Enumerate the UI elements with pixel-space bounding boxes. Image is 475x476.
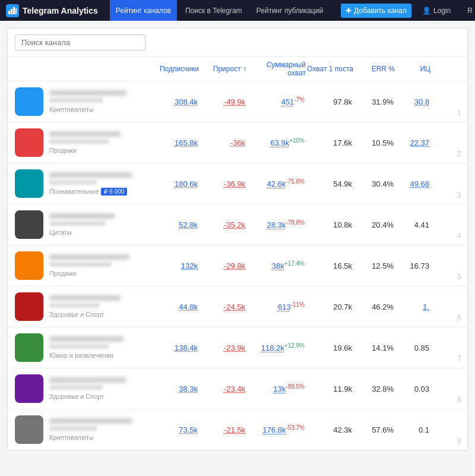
svg-rect-1 [11,9,12,14]
channel-avatar[interactable] [15,251,43,280]
total-reach-value[interactable]: 13k [273,385,286,394]
cell-err: 46.2% [352,302,394,311]
total-reach-value[interactable]: 451 [281,98,294,107]
th-total-reach[interactable]: Суммарный охват [246,61,306,77]
reach1-value: 17.6k [333,138,352,147]
subscribers-value[interactable]: 38.3k [179,384,198,393]
th-subscribers[interactable]: Подписчики [145,65,199,73]
cell-growth: -23.9k [198,343,245,352]
cell-reach1: 10.8k [305,220,352,229]
cell-ic: 16.73 [394,261,429,270]
growth-value[interactable]: -49.9k [224,97,245,106]
nav-channel-rating[interactable]: Рейтинг каналов [110,0,177,21]
subscribers-value[interactable]: 138.4k [175,343,198,352]
table-row: Цитаты 52.8k -35.2k 28.3k-78.8% 10.8k 20… [8,204,467,245]
growth-value[interactable]: -21.5k [224,425,245,434]
cell-reach1: 42.3k [305,425,352,434]
cell-total-reach: 38k+17.4% [245,260,305,270]
subscribers-value[interactable]: 308.4k [175,97,198,106]
channel-info: Здоровье и Спорт [49,295,144,319]
total-reach-value[interactable]: 118.2k [261,344,284,353]
channel-avatar[interactable] [15,333,43,362]
total-reach-sup: +17.4% [284,260,305,267]
login-button[interactable]: 👤 Login [416,0,457,21]
cell-ic: 30.8 [394,97,429,106]
subscribers-value[interactable]: 180.6k [175,179,198,188]
subscribers-value[interactable]: 165.8k [175,138,198,147]
cell-total-reach: 13k-89.5% [245,383,305,393]
cell-total-reach: 42.6k-75.8% [245,178,305,188]
channel-category: Продажи [49,147,77,154]
th-err[interactable]: ERR % [353,65,395,73]
cell-subscribers: 38.3k [144,384,198,393]
cell-reach1: 16.5k [305,261,352,270]
cell-reach1: 20.7k [305,302,352,311]
channel-avatar[interactable] [15,210,43,239]
channel-avatar[interactable] [15,128,43,157]
subscribers-value[interactable]: 52.8k [179,220,198,229]
total-reach-value[interactable]: 63.9k [270,139,289,148]
th-ic[interactable]: ИЦ [395,65,430,73]
channel-info: Цитаты [49,213,144,237]
channel-avatar[interactable] [15,415,43,444]
ic-value[interactable]: 30.8 [414,97,429,106]
row-number: 7 [457,355,461,363]
growth-value[interactable]: -23.9k [224,343,245,352]
ic-value: 4.41 [414,220,429,229]
reach1-value: 97.8k [333,97,352,106]
total-reach-value[interactable]: 38k [272,262,284,271]
cell-growth: -35.2k [198,220,245,229]
channel-category: Продажи [49,270,77,277]
cell-growth: -49.9k [198,97,245,106]
logo-icon [6,4,19,17]
growth-value[interactable]: -35.2k [224,220,245,229]
growth-value[interactable]: -24.5k [224,302,245,311]
search-input[interactable] [15,34,145,51]
table-row: Познавательное ₽ 6 000 180.6k -36.9k 42.… [8,163,467,204]
growth-value[interactable]: -36k [230,138,245,147]
th-growth[interactable]: Прирост ↑ [199,65,246,73]
err-value: 46.2% [372,302,394,311]
ic-value[interactable]: 49.68 [410,179,429,188]
add-channel-button[interactable]: ✚ Добавить канал [341,4,411,18]
total-reach-value[interactable]: 613 [278,303,291,312]
growth-value[interactable]: -29.8k [224,261,245,270]
ic-value[interactable]: 1. [423,302,429,311]
user-avatar[interactable]: R [461,0,475,21]
err-value: 31.9% [372,97,394,106]
nav-search-telegram[interactable]: Поиск в Telegram [179,0,248,21]
row-number: 6 [457,314,461,322]
total-reach-value[interactable]: 28.3k [267,221,286,230]
cell-err: 14.1% [352,343,394,352]
cell-reach1: 97.8k [305,97,352,106]
cell-reach1: 17.6k [305,138,352,147]
growth-value[interactable]: -36.9k [224,179,245,188]
subscribers-value[interactable]: 73.5k [179,425,198,434]
cell-total-reach: 613-11% [245,301,305,311]
cell-ic: 49.68 [394,179,429,188]
reach1-value: 10.8k [333,220,352,229]
total-reach-value[interactable]: 176.8k [262,426,286,435]
subscribers-value[interactable]: 132k [181,261,198,270]
total-reach-value[interactable]: 42.6k [267,180,286,189]
channel-avatar[interactable] [15,292,43,321]
channel-avatar[interactable] [15,169,43,198]
main-content: Подписчики Прирост ↑ Суммарный охват Охв… [0,21,475,458]
cell-ic: 1. [394,302,429,311]
reach1-value: 20.7k [333,302,352,311]
channel-info: Продажи [49,131,144,155]
err-value: 12.5% [372,261,394,270]
th-reach1[interactable]: Охват 1 поста [306,65,353,73]
logo: Telegram Analytics [6,4,98,17]
channel-avatar[interactable] [15,87,43,116]
subscribers-value[interactable]: 44.8k [179,302,198,311]
nav-publication-rating[interactable]: Рейтинг публикаций [251,0,330,21]
table-row: Здоровье и Спорт 44.8k -24.5k 613-11% 20… [8,286,467,327]
cell-growth: -36k [198,138,245,147]
svg-rect-3 [15,8,17,14]
table-body: Криптовалюты 308.4k -49.9k 451-7% 97.8k … [8,81,467,450]
table-row: Продажи 165.8k -36k 63.9k+10% 17.6k 10.5… [8,122,467,163]
ic-value[interactable]: 22.37 [410,138,429,147]
channel-avatar[interactable] [15,374,43,403]
growth-value[interactable]: -23.4k [224,384,245,393]
